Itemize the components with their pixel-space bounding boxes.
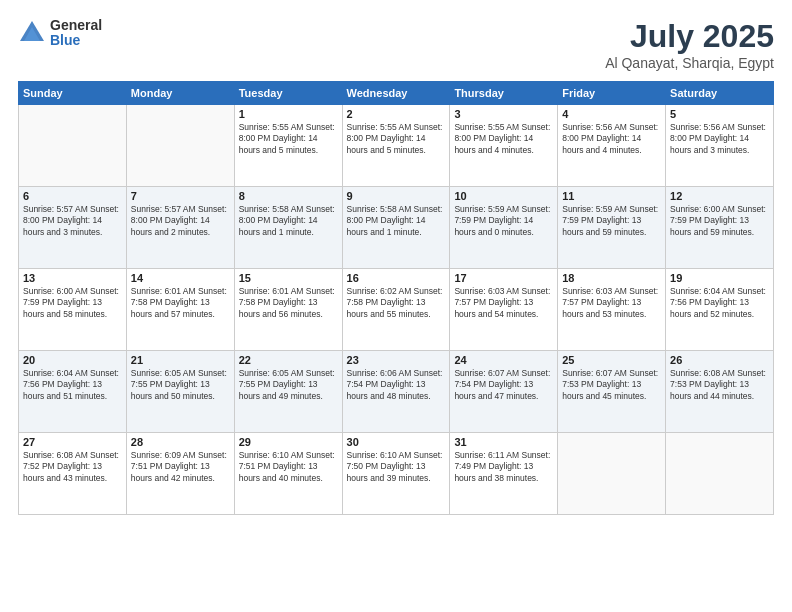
table-row: 27Sunrise: 6:08 AM Sunset: 7:52 PM Dayli… xyxy=(19,433,127,515)
day-info: Sunrise: 6:02 AM Sunset: 7:58 PM Dayligh… xyxy=(347,286,446,320)
day-number: 26 xyxy=(670,354,769,366)
day-info: Sunrise: 5:59 AM Sunset: 7:59 PM Dayligh… xyxy=(454,204,553,238)
day-info: Sunrise: 5:55 AM Sunset: 8:00 PM Dayligh… xyxy=(454,122,553,156)
col-thursday: Thursday xyxy=(450,82,558,105)
table-row: 17Sunrise: 6:03 AM Sunset: 7:57 PM Dayli… xyxy=(450,269,558,351)
day-number: 12 xyxy=(670,190,769,202)
day-info: Sunrise: 6:08 AM Sunset: 7:52 PM Dayligh… xyxy=(23,450,122,484)
day-number: 25 xyxy=(562,354,661,366)
calendar-week-row: 6Sunrise: 5:57 AM Sunset: 8:00 PM Daylig… xyxy=(19,187,774,269)
day-info: Sunrise: 6:04 AM Sunset: 7:56 PM Dayligh… xyxy=(670,286,769,320)
table-row: 8Sunrise: 5:58 AM Sunset: 8:00 PM Daylig… xyxy=(234,187,342,269)
table-row: 28Sunrise: 6:09 AM Sunset: 7:51 PM Dayli… xyxy=(126,433,234,515)
day-number: 6 xyxy=(23,190,122,202)
table-row: 26Sunrise: 6:08 AM Sunset: 7:53 PM Dayli… xyxy=(666,351,774,433)
day-number: 7 xyxy=(131,190,230,202)
day-info: Sunrise: 6:07 AM Sunset: 7:54 PM Dayligh… xyxy=(454,368,553,402)
day-info: Sunrise: 6:05 AM Sunset: 7:55 PM Dayligh… xyxy=(239,368,338,402)
table-row: 4Sunrise: 5:56 AM Sunset: 8:00 PM Daylig… xyxy=(558,105,666,187)
table-row: 13Sunrise: 6:00 AM Sunset: 7:59 PM Dayli… xyxy=(19,269,127,351)
table-row: 24Sunrise: 6:07 AM Sunset: 7:54 PM Dayli… xyxy=(450,351,558,433)
day-info: Sunrise: 6:01 AM Sunset: 7:58 PM Dayligh… xyxy=(131,286,230,320)
day-info: Sunrise: 6:10 AM Sunset: 7:51 PM Dayligh… xyxy=(239,450,338,484)
table-row: 25Sunrise: 6:07 AM Sunset: 7:53 PM Dayli… xyxy=(558,351,666,433)
day-info: Sunrise: 5:55 AM Sunset: 8:00 PM Dayligh… xyxy=(239,122,338,156)
table-row: 23Sunrise: 6:06 AM Sunset: 7:54 PM Dayli… xyxy=(342,351,450,433)
day-info: Sunrise: 6:04 AM Sunset: 7:56 PM Dayligh… xyxy=(23,368,122,402)
calendar-week-row: 27Sunrise: 6:08 AM Sunset: 7:52 PM Dayli… xyxy=(19,433,774,515)
day-number: 20 xyxy=(23,354,122,366)
day-number: 30 xyxy=(347,436,446,448)
day-number: 14 xyxy=(131,272,230,284)
day-number: 27 xyxy=(23,436,122,448)
day-number: 8 xyxy=(239,190,338,202)
day-info: Sunrise: 6:09 AM Sunset: 7:51 PM Dayligh… xyxy=(131,450,230,484)
day-info: Sunrise: 6:11 AM Sunset: 7:49 PM Dayligh… xyxy=(454,450,553,484)
day-info: Sunrise: 6:10 AM Sunset: 7:50 PM Dayligh… xyxy=(347,450,446,484)
table-row: 18Sunrise: 6:03 AM Sunset: 7:57 PM Dayli… xyxy=(558,269,666,351)
day-info: Sunrise: 6:00 AM Sunset: 7:59 PM Dayligh… xyxy=(23,286,122,320)
col-sunday: Sunday xyxy=(19,82,127,105)
day-info: Sunrise: 6:03 AM Sunset: 7:57 PM Dayligh… xyxy=(562,286,661,320)
day-number: 19 xyxy=(670,272,769,284)
calendar-body: 1Sunrise: 5:55 AM Sunset: 8:00 PM Daylig… xyxy=(19,105,774,515)
table-row: 14Sunrise: 6:01 AM Sunset: 7:58 PM Dayli… xyxy=(126,269,234,351)
day-number: 3 xyxy=(454,108,553,120)
day-info: Sunrise: 5:58 AM Sunset: 8:00 PM Dayligh… xyxy=(239,204,338,238)
day-number: 24 xyxy=(454,354,553,366)
logo-text: General Blue xyxy=(50,18,102,49)
table-row: 21Sunrise: 6:05 AM Sunset: 7:55 PM Dayli… xyxy=(126,351,234,433)
table-row: 7Sunrise: 5:57 AM Sunset: 8:00 PM Daylig… xyxy=(126,187,234,269)
day-number: 29 xyxy=(239,436,338,448)
day-number: 31 xyxy=(454,436,553,448)
day-info: Sunrise: 6:01 AM Sunset: 7:58 PM Dayligh… xyxy=(239,286,338,320)
table-row: 1Sunrise: 5:55 AM Sunset: 8:00 PM Daylig… xyxy=(234,105,342,187)
table-row: 19Sunrise: 6:04 AM Sunset: 7:56 PM Dayli… xyxy=(666,269,774,351)
day-number: 23 xyxy=(347,354,446,366)
day-info: Sunrise: 6:05 AM Sunset: 7:55 PM Dayligh… xyxy=(131,368,230,402)
col-monday: Monday xyxy=(126,82,234,105)
table-row: 2Sunrise: 5:55 AM Sunset: 8:00 PM Daylig… xyxy=(342,105,450,187)
table-row: 29Sunrise: 6:10 AM Sunset: 7:51 PM Dayli… xyxy=(234,433,342,515)
table-row xyxy=(666,433,774,515)
day-info: Sunrise: 6:03 AM Sunset: 7:57 PM Dayligh… xyxy=(454,286,553,320)
logo-blue-text: Blue xyxy=(50,33,102,48)
logo-icon xyxy=(18,19,46,47)
col-wednesday: Wednesday xyxy=(342,82,450,105)
table-row xyxy=(126,105,234,187)
day-info: Sunrise: 6:00 AM Sunset: 7:59 PM Dayligh… xyxy=(670,204,769,238)
day-number: 21 xyxy=(131,354,230,366)
calendar-week-row: 13Sunrise: 6:00 AM Sunset: 7:59 PM Dayli… xyxy=(19,269,774,351)
calendar-week-row: 20Sunrise: 6:04 AM Sunset: 7:56 PM Dayli… xyxy=(19,351,774,433)
day-info: Sunrise: 6:06 AM Sunset: 7:54 PM Dayligh… xyxy=(347,368,446,402)
table-row: 20Sunrise: 6:04 AM Sunset: 7:56 PM Dayli… xyxy=(19,351,127,433)
day-number: 10 xyxy=(454,190,553,202)
table-row: 5Sunrise: 5:56 AM Sunset: 8:00 PM Daylig… xyxy=(666,105,774,187)
table-row: 3Sunrise: 5:55 AM Sunset: 8:00 PM Daylig… xyxy=(450,105,558,187)
table-row: 12Sunrise: 6:00 AM Sunset: 7:59 PM Dayli… xyxy=(666,187,774,269)
day-info: Sunrise: 5:58 AM Sunset: 8:00 PM Dayligh… xyxy=(347,204,446,238)
day-number: 16 xyxy=(347,272,446,284)
table-row: 31Sunrise: 6:11 AM Sunset: 7:49 PM Dayli… xyxy=(450,433,558,515)
table-row: 6Sunrise: 5:57 AM Sunset: 8:00 PM Daylig… xyxy=(19,187,127,269)
day-number: 11 xyxy=(562,190,661,202)
day-info: Sunrise: 5:56 AM Sunset: 8:00 PM Dayligh… xyxy=(562,122,661,156)
title-location: Al Qanayat, Sharqia, Egypt xyxy=(605,55,774,71)
table-row xyxy=(558,433,666,515)
day-number: 15 xyxy=(239,272,338,284)
logo-general-text: General xyxy=(50,18,102,33)
day-number: 22 xyxy=(239,354,338,366)
col-saturday: Saturday xyxy=(666,82,774,105)
col-friday: Friday xyxy=(558,82,666,105)
day-number: 4 xyxy=(562,108,661,120)
table-row: 10Sunrise: 5:59 AM Sunset: 7:59 PM Dayli… xyxy=(450,187,558,269)
table-row: 22Sunrise: 6:05 AM Sunset: 7:55 PM Dayli… xyxy=(234,351,342,433)
day-number: 9 xyxy=(347,190,446,202)
day-number: 28 xyxy=(131,436,230,448)
header-row: Sunday Monday Tuesday Wednesday Thursday… xyxy=(19,82,774,105)
day-number: 2 xyxy=(347,108,446,120)
day-info: Sunrise: 5:57 AM Sunset: 8:00 PM Dayligh… xyxy=(131,204,230,238)
table-row: 30Sunrise: 6:10 AM Sunset: 7:50 PM Dayli… xyxy=(342,433,450,515)
table-row: 15Sunrise: 6:01 AM Sunset: 7:58 PM Dayli… xyxy=(234,269,342,351)
logo: General Blue xyxy=(18,18,102,49)
